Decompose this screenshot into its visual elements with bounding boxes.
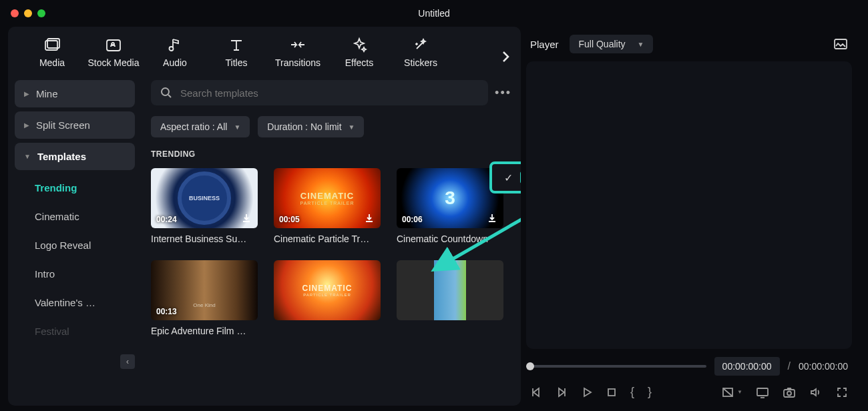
section-title: TRENDING xyxy=(151,149,511,159)
sidebar-sub-cinematic[interactable]: Cinematic xyxy=(15,203,135,230)
mark-out-button[interactable]: } xyxy=(648,385,652,399)
template-title: Epic Adventure Film … xyxy=(151,326,258,336)
sidebar-label: Split Screen xyxy=(36,119,90,131)
progress-bar[interactable] xyxy=(530,365,706,368)
template-card[interactable]: CINEMATIC PARTICLE TRAILER xyxy=(274,260,381,336)
close-window-button[interactable] xyxy=(11,9,19,17)
sidebar-sub-logo-reveal[interactable]: Logo Reveal xyxy=(15,232,135,259)
sparkle-icon xyxy=(351,36,368,53)
display-button[interactable] xyxy=(756,386,769,398)
sidebar-item-mine[interactable]: ▶ Mine xyxy=(15,80,135,107)
duration-badge: 00:24 xyxy=(156,215,177,224)
svg-point-5 xyxy=(162,88,169,95)
search-box[interactable] xyxy=(151,80,488,105)
duration-badge: 00:13 xyxy=(156,307,177,316)
chevron-down-icon: ▼ xyxy=(737,389,742,395)
svg-rect-7 xyxy=(835,39,847,49)
toolbar-more-button[interactable] xyxy=(501,49,510,64)
prev-frame-button[interactable] xyxy=(530,386,542,398)
sidebar-sub-valentines[interactable]: Valentine's … xyxy=(15,289,135,316)
window-title: Untitled xyxy=(180,8,688,19)
snapshot-button[interactable] xyxy=(833,37,848,51)
text-icon xyxy=(228,36,245,53)
template-card[interactable]: BUSINESS 00:24 Internet Business Su… xyxy=(151,168,258,244)
mark-in-button[interactable]: { xyxy=(630,385,634,399)
svg-rect-8 xyxy=(608,389,615,396)
minimize-window-button[interactable] xyxy=(24,9,32,17)
media-panel: Media Stock Media Audio Titles Transitio… xyxy=(8,27,521,406)
template-thumbnail: CINEMATIC PARTICLE TRAILER 00:05 xyxy=(274,168,381,228)
template-thumbnail: One Kind 00:13 xyxy=(151,260,258,320)
template-browser: ••• Aspect ratio : All ▼ Duration : No l… xyxy=(142,75,521,406)
sidebar-item-templates[interactable]: ▼ Templates xyxy=(15,143,135,170)
tab-transitions[interactable]: Transitions xyxy=(267,36,329,68)
progress-handle[interactable] xyxy=(526,362,534,370)
media-toolbar: Media Stock Media Audio Titles Transitio… xyxy=(8,27,521,75)
filter-label: Duration : No limit xyxy=(267,121,341,132)
tab-media[interactable]: Media xyxy=(21,36,83,68)
stop-button[interactable] xyxy=(606,387,617,398)
tab-audio[interactable]: Audio xyxy=(144,36,206,68)
volume-button[interactable] xyxy=(809,386,823,398)
sidebar-sub-trending[interactable]: Trending xyxy=(15,174,135,201)
duration-filter[interactable]: Duration : No limit ▼ xyxy=(258,116,364,137)
tab-label: Audio xyxy=(163,57,187,68)
thumb-text: CINEMATIC xyxy=(302,284,353,293)
camera-button[interactable] xyxy=(783,386,796,398)
player-label: Player xyxy=(530,39,559,50)
player-viewport[interactable] xyxy=(526,61,852,349)
search-input[interactable] xyxy=(180,87,479,99)
template-title: Cinematic Particle Tr… xyxy=(274,234,381,244)
templates-icon xyxy=(519,171,521,184)
filter-label: Aspect ratio : All xyxy=(160,121,227,132)
thumb-text: One Kind xyxy=(193,302,215,308)
tab-label: Stickers xyxy=(404,57,437,68)
tab-titles[interactable]: Titles xyxy=(206,36,267,68)
step-forward-button[interactable] xyxy=(556,386,568,398)
tab-effects[interactable]: Effects xyxy=(329,36,390,68)
titlebar: Untitled xyxy=(0,0,868,27)
tab-label: Titles xyxy=(226,57,248,68)
current-time: 00:00:00:00 xyxy=(714,357,780,376)
play-button[interactable] xyxy=(581,386,593,398)
sidebar-sub-intro[interactable]: Intro xyxy=(15,260,135,288)
player-panel: Player Full Quality ▼ 00:00:00:00 / 00:0… xyxy=(523,27,860,411)
chevron-down-icon: ▼ xyxy=(24,153,31,160)
check-icon: ✓ xyxy=(504,171,513,184)
thumb-text: PARTICLE TRAILER xyxy=(300,201,355,206)
chevron-right-icon: ▶ xyxy=(24,90,29,97)
download-icon[interactable] xyxy=(363,212,375,224)
aspect-ratio-filter[interactable]: Aspect ratio : All ▼ xyxy=(151,116,250,137)
tab-label: Media xyxy=(39,57,65,68)
cloud-icon xyxy=(105,36,122,53)
annotation-arrow xyxy=(423,215,521,282)
chevron-right-icon: ▶ xyxy=(24,121,29,129)
transitions-icon xyxy=(289,36,306,53)
duration-badge: 00:05 xyxy=(279,215,300,224)
collapse-sidebar-button[interactable]: ‹ xyxy=(120,354,135,369)
sidebar-label: Templates xyxy=(37,151,86,162)
sidebar-sub-festival[interactable]: Festival xyxy=(15,318,135,345)
tab-stock-media[interactable]: Stock Media xyxy=(83,36,144,68)
sidebar-item-split-screen[interactable]: ▶ Split Screen xyxy=(15,111,135,139)
template-card[interactable]: One Kind 00:13 Epic Adventure Film … xyxy=(151,260,258,336)
more-options-button[interactable]: ••• xyxy=(495,86,511,100)
thumb-text: BUSINESS xyxy=(178,171,231,225)
player-controls: { } ▼ xyxy=(526,381,852,406)
maximize-window-button[interactable] xyxy=(37,9,45,17)
fullscreen-button[interactable] xyxy=(836,386,848,398)
chevron-down-icon: ▼ xyxy=(349,123,355,131)
thumb-text: 3 xyxy=(445,187,455,209)
category-sidebar: ▶ Mine ▶ Split Screen ▼ Templates Trendi… xyxy=(8,75,142,352)
crop-button[interactable]: ▼ xyxy=(721,386,742,398)
download-icon[interactable] xyxy=(240,212,252,224)
sidebar-label: Mine xyxy=(36,88,58,99)
thumb-text: CINEMATIC xyxy=(300,191,354,201)
template-title: Internet Business Su… xyxy=(151,234,258,244)
quality-select[interactable]: Full Quality ▼ xyxy=(570,35,654,53)
media-icon xyxy=(43,36,61,53)
quality-value: Full Quality xyxy=(579,39,626,49)
tab-stickers[interactable]: Stickers xyxy=(390,36,451,68)
template-card[interactable]: CINEMATIC PARTICLE TRAILER 00:05 Cinemat… xyxy=(274,168,381,244)
templates-callout[interactable]: ✓ Templates xyxy=(489,161,521,193)
